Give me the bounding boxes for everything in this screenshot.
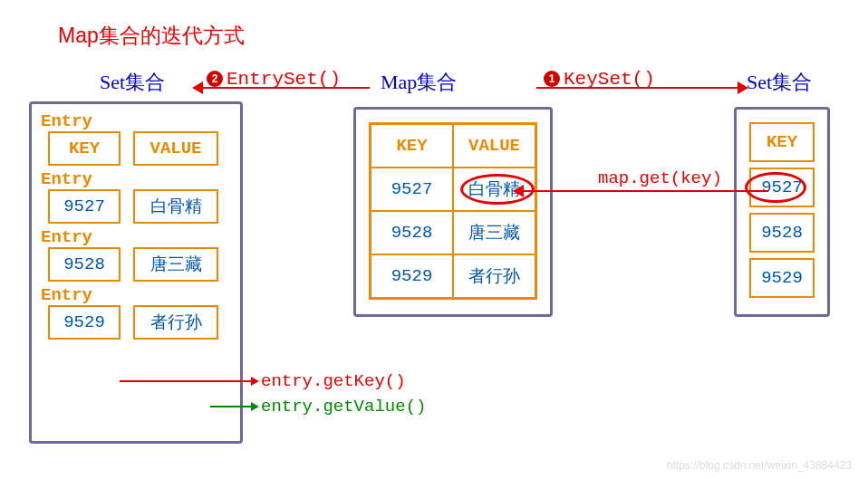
entry-label: Entry: [41, 169, 231, 189]
map-panel: KEY VALUE 9527 白骨精 9528 唐三藏 9529 者行孙: [353, 107, 553, 317]
getkey-label: entry.getKey(): [261, 371, 406, 391]
entry-value-header: VALUE: [133, 131, 218, 166]
entry-value-cell: 唐三藏: [133, 247, 218, 282]
entry-label: Entry: [41, 227, 231, 247]
set-label-right: Set集合: [747, 69, 812, 96]
map-grid: KEY VALUE 9527 白骨精 9528 唐三藏 9529 者行孙: [369, 122, 537, 300]
keyset-cell: 9529: [749, 258, 815, 298]
mapget-arrow: [522, 190, 768, 192]
map-value-cell: 者行孙: [453, 254, 535, 298]
map-label-center: Map集合: [381, 69, 457, 96]
mapget-label: map.get(key): [598, 168, 722, 188]
map-value-header: VALUE: [453, 124, 535, 168]
entry-key-cell: 9529: [48, 305, 121, 340]
keyset-panel: KEY 9527 9528 9529: [734, 107, 830, 317]
diagram-title: Map集合的迭代方式: [58, 22, 245, 50]
entry-header-row: KEY VALUE: [41, 131, 231, 166]
keyset-cell: 9528: [749, 213, 815, 253]
keyset-header: KEY: [749, 122, 815, 162]
entry-key-cell: 9528: [48, 247, 121, 282]
map-value-cell: 唐三藏: [453, 211, 535, 254]
entry-key-cell: 9527: [48, 189, 121, 224]
getkey-arrow: [120, 380, 252, 382]
map-key-cell: 9527: [371, 168, 453, 211]
entry-value-cell: 白骨精: [133, 189, 218, 224]
set-label-left: Set集合: [100, 69, 165, 96]
getvalue-arrow: [210, 406, 252, 407]
badge-2: 2: [207, 71, 223, 87]
entryset-panel: Entry KEY VALUE Entry 9527 白骨精 Entry 952…: [29, 101, 243, 444]
entry-row: 9529 者行孙: [41, 305, 231, 340]
entry-row: 9527 白骨精: [41, 189, 231, 224]
map-key-header: KEY: [371, 124, 453, 168]
entryset-label: 2EntrySet(): [207, 69, 341, 90]
map-key-cell: 9529: [371, 254, 453, 298]
entry-key-header: KEY: [48, 131, 121, 166]
badge-1: 1: [544, 71, 560, 87]
map-key-cell: 9528: [371, 211, 453, 254]
entry-label: Entry: [41, 285, 231, 305]
watermark: https://blog.csdn.net/weixin_43884423: [667, 459, 852, 472]
keyset-cell: 9527: [749, 168, 815, 207]
entry-row: 9528 唐三藏: [41, 247, 231, 282]
entry-label: Entry: [41, 111, 231, 131]
entry-value-cell: 者行孙: [133, 305, 218, 340]
getvalue-label: entry.getValue(): [261, 397, 426, 417]
keyset-label: 1KeySet(): [544, 69, 655, 90]
